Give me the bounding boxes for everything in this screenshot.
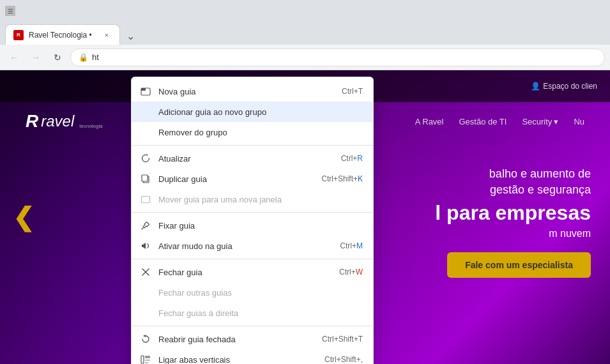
forward-button[interactable]: → [27, 49, 45, 66]
back-button[interactable]: ← [5, 49, 23, 66]
separator-3 [132, 259, 373, 259]
adicionar-grupo-label: Adicionar guia ao novo grupo [158, 107, 356, 117]
tab-bar: R Ravel Tecnologia • × ⌄ [0, 22, 610, 45]
empty-icon-3 [139, 286, 152, 299]
svg-rect-9 [145, 356, 150, 358]
separator-1 [132, 145, 373, 146]
active-tab[interactable]: R Ravel Tecnologia • × [5, 24, 120, 45]
menu-item-vertical[interactable]: Ligar abas verticais Ctrl+Shift+, [132, 349, 373, 364]
fechar-shortcut: Ctrl+W [339, 268, 363, 277]
svg-rect-4 [142, 197, 150, 203]
reabrir-label: Reabrir guia fechada [158, 335, 316, 344]
svg-rect-3 [142, 175, 148, 181]
vertical-shortcut: Ctrl+Shift+, [324, 355, 363, 364]
menu-item-reabrir[interactable]: Reabrir guia fechada Ctrl+Shift+T [132, 329, 373, 349]
nova-guia-shortcut: Ctrl+T [342, 87, 363, 96]
empty-icon-1 [139, 105, 152, 118]
svg-line-5 [142, 228, 143, 229]
svg-rect-1 [141, 88, 146, 91]
menu-item-atualizar[interactable]: Atualizar Ctrl+R [132, 148, 373, 169]
reabrir-shortcut: Ctrl+Shift+T [322, 335, 363, 344]
fechar-outras-label: Fechar outras guias [158, 288, 363, 298]
close-x-icon [139, 266, 152, 278]
tab-close-button[interactable]: × [102, 30, 112, 40]
nova-guia-label: Nova guia [158, 87, 335, 96]
svg-rect-8 [141, 356, 144, 363]
duplicar-shortcut: Ctrl+Shift+K [321, 174, 363, 183]
separator-2 [132, 212, 373, 213]
reopen-icon [139, 333, 152, 345]
address-text: ht [92, 52, 99, 62]
menu-item-fechar-direita: Fechar guias à direita [132, 303, 373, 323]
menu-item-fixar[interactable]: Fixar guia [132, 215, 373, 236]
reload-button[interactable]: ↻ [49, 49, 66, 66]
menu-item-mudo[interactable]: Ativar mudo na guia Ctrl+M [132, 236, 373, 256]
mudo-label: Ativar mudo na guia [158, 241, 333, 251]
browser-frame: ☰ R Ravel Tecnologia • × ⌄ ← → ↻ 🔒 ht [0, 0, 610, 364]
address-input[interactable]: 🔒 ht [70, 49, 605, 66]
menu-item-nova-guia[interactable]: Nova guia Ctrl+T [132, 81, 373, 102]
menu-item-fechar[interactable]: Fechar guia Ctrl+W [132, 262, 373, 282]
forward-icon: → [31, 52, 40, 63]
tab-favicon: R [13, 30, 24, 40]
context-menu: Nova guia Ctrl+T Adicionar guia ao novo … [131, 77, 374, 364]
mover-label: Mover guia para uma nova janela [158, 195, 363, 204]
atualizar-shortcut: Ctrl+R [341, 154, 363, 163]
empty-icon-2 [139, 126, 152, 139]
atualizar-label: Atualizar [158, 154, 335, 163]
address-bar: ← → ↻ 🔒 ht [0, 45, 610, 70]
mudo-shortcut: Ctrl+M [340, 241, 363, 250]
reload-icon [139, 152, 152, 165]
menu-item-fechar-outras: Fechar outras guias [132, 282, 373, 303]
empty-icon-4 [139, 307, 152, 319]
svg-rect-10 [145, 360, 150, 361]
pin-icon [139, 219, 152, 232]
duplicar-label: Duplicar guia [158, 174, 315, 184]
remover-grupo-label: Remover do grupo [158, 128, 363, 137]
fechar-direita-label: Fechar guias à direita [158, 308, 363, 318]
more-tabs-button[interactable]: ⌄ [121, 27, 140, 45]
tab-title: Ravel Tecnologia • [29, 31, 96, 40]
window-sidebar-btn[interactable]: ☰ [5, 6, 15, 16]
webpage-content: 👤 Espaço do clien R ravel tecnologia A R… [0, 70, 610, 364]
menu-item-mover: Mover guia para uma nova janela [132, 189, 373, 209]
reload-icon: ↻ [54, 52, 61, 63]
separator-4 [132, 326, 373, 326]
menu-item-duplicar[interactable]: Duplicar guia Ctrl+Shift+K [132, 169, 373, 189]
menu-item-adicionar-grupo[interactable]: Adicionar guia ao novo grupo [132, 102, 373, 122]
window-icon [139, 193, 152, 206]
new-tab-icon [139, 85, 152, 98]
vertical-label: Ligar abas verticais [158, 355, 318, 365]
lock-icon: 🔒 [79, 53, 88, 62]
fixar-label: Fixar guia [158, 221, 363, 231]
back-icon: ← [10, 52, 19, 63]
fechar-label: Fechar guia [158, 268, 333, 277]
svg-rect-11 [145, 362, 148, 363]
duplicate-icon [139, 172, 152, 185]
window-controls: ☰ [5, 6, 15, 16]
context-menu-overlay: Nova guia Ctrl+T Adicionar guia ao novo … [0, 70, 610, 364]
title-bar: ☰ [0, 0, 610, 22]
speaker-icon [139, 239, 152, 252]
menu-item-remover-grupo[interactable]: Remover do grupo [132, 122, 373, 142]
vertical-tabs-icon [139, 353, 152, 364]
